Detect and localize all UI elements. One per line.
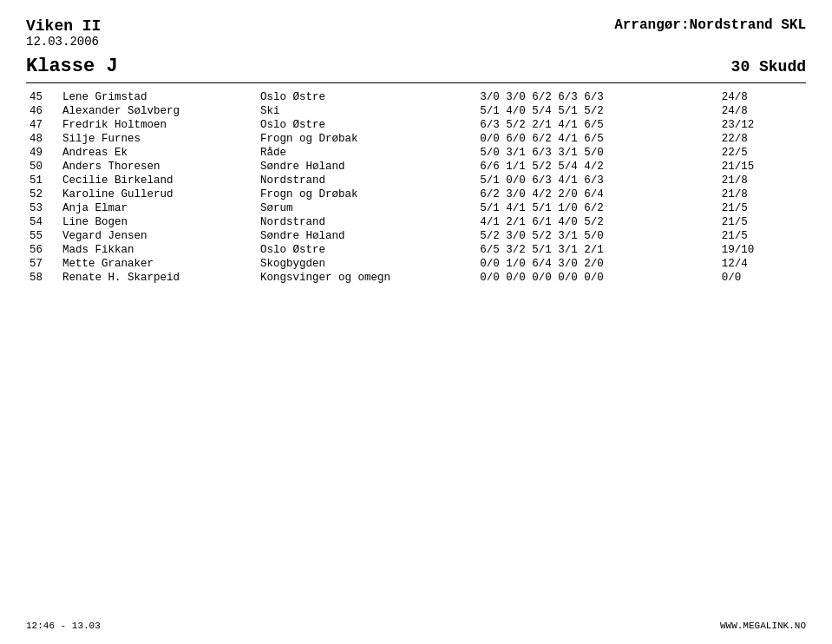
row-name: Mette Granaker	[59, 257, 257, 271]
results-table: 45 Lene Grimstad Oslo Østre 3/0 3/0 6/2 …	[26, 90, 806, 285]
row-scores: 5/1 0/0 6/3 4/1 6/3	[476, 174, 718, 187]
table-row: 49 Andreas Ek Råde 5/0 3/1 6/3 3/1 5/0 2…	[26, 146, 806, 160]
row-total: 0/0	[718, 271, 806, 285]
row-num: 55	[26, 229, 59, 243]
row-scores: 6/5 3/2 5/1 3/1 2/1	[476, 243, 718, 257]
row-total: 22/8	[718, 132, 806, 146]
row-name: Mads Fikkan	[59, 243, 257, 257]
row-club: Frogn og Drøbak	[257, 187, 476, 201]
row-num: 52	[26, 187, 59, 201]
row-scores: 3/0 3/0 6/2 6/3 6/3	[476, 90, 718, 104]
row-num: 57	[26, 257, 59, 271]
row-club: Oslo Østre	[257, 90, 476, 104]
row-num: 51	[26, 174, 59, 187]
row-name: Silje Furnes	[59, 132, 257, 146]
row-total: 22/5	[718, 146, 806, 160]
row-scores: 5/1 4/0 5/4 5/1 5/2	[476, 104, 718, 118]
row-total: 21/5	[718, 201, 806, 215]
table-row: 51 Cecilie Birkeland Nordstrand 5/1 0/0 …	[26, 174, 806, 187]
row-club: Skogbygden	[257, 257, 476, 271]
row-scores: 5/1 4/1 5/1 1/0 6/2	[476, 201, 718, 215]
table-row: 58 Renate H. Skarpeid Kongsvinger og ome…	[26, 271, 806, 285]
row-num: 46	[26, 104, 59, 118]
row-club: Nordstrand	[257, 215, 476, 229]
row-club: Nordstrand	[257, 174, 476, 187]
row-total: 24/8	[718, 90, 806, 104]
row-total: 21/8	[718, 174, 806, 187]
row-club: Råde	[257, 146, 476, 160]
table-row: 57 Mette Granaker Skogbygden 0/0 1/0 6/4…	[26, 257, 806, 271]
row-name: Line Bogen	[59, 215, 257, 229]
row-club: Kongsvinger og omegn	[257, 271, 476, 285]
row-club: Ski	[257, 104, 476, 118]
row-total: 24/8	[718, 104, 806, 118]
arranger-label: Arrangør:Nordstrand SKL	[614, 17, 806, 33]
row-total: 21/5	[718, 215, 806, 229]
main-title: Viken II	[26, 17, 101, 35]
row-scores: 6/3 5/2 2/1 4/1 6/5	[476, 118, 718, 132]
row-num: 50	[26, 160, 59, 174]
table-row: 46 Alexander Sølvberg Ski 5/1 4/0 5/4 5/…	[26, 104, 806, 118]
row-club: Oslo Østre	[257, 118, 476, 132]
row-club: Sørum	[257, 201, 476, 215]
table-row: 52 Karoline Gullerud Frogn og Drøbak 6/2…	[26, 187, 806, 201]
row-scores: 0/0 0/0 0/0 0/0 0/0	[476, 271, 718, 285]
row-total: 21/8	[718, 187, 806, 201]
row-num: 47	[26, 118, 59, 132]
row-name: Anja Elmar	[59, 201, 257, 215]
table-row: 47 Fredrik Holtmoen Oslo Østre 6/3 5/2 2…	[26, 118, 806, 132]
row-num: 54	[26, 215, 59, 229]
row-scores: 5/0 3/1 6/3 3/1 5/0	[476, 146, 718, 160]
row-name: Cecilie Birkeland	[59, 174, 257, 187]
table-row: 54 Line Bogen Nordstrand 4/1 2/1 6/1 4/0…	[26, 215, 806, 229]
row-scores: 0/0 6/0 6/2 4/1 6/5	[476, 132, 718, 146]
row-scores: 5/2 3/0 5/2 3/1 5/0	[476, 229, 718, 243]
row-total: 21/5	[718, 229, 806, 243]
row-name: Andreas Ek	[59, 146, 257, 160]
table-row: 50 Anders Thoresen Søndre Høland 6/6 1/1…	[26, 160, 806, 174]
row-club: Frogn og Drøbak	[257, 132, 476, 146]
row-name: Anders Thoresen	[59, 160, 257, 174]
row-name: Vegard Jensen	[59, 229, 257, 243]
table-row: 53 Anja Elmar Sørum 5/1 4/1 5/1 1/0 6/2 …	[26, 201, 806, 215]
skudd-label: 30 Skudd	[731, 58, 806, 76]
row-name: Fredrik Holtmoen	[59, 118, 257, 132]
row-num: 49	[26, 146, 59, 160]
row-total: 21/15	[718, 160, 806, 174]
header-divider	[26, 82, 806, 83]
row-scores: 6/6 1/1 5/2 5/4 4/2	[476, 160, 718, 174]
row-name: Renate H. Skarpeid	[59, 271, 257, 285]
row-num: 58	[26, 271, 59, 285]
row-total: 23/12	[718, 118, 806, 132]
row-scores: 0/0 1/0 6/4 3/0 2/0	[476, 257, 718, 271]
table-row: 55 Vegard Jensen Søndre Høland 5/2 3/0 5…	[26, 229, 806, 243]
row-name: Lene Grimstad	[59, 90, 257, 104]
table-row: 56 Mads Fikkan Oslo Østre 6/5 3/2 5/1 3/…	[26, 243, 806, 257]
table-row: 48 Silje Furnes Frogn og Drøbak 0/0 6/0 …	[26, 132, 806, 146]
row-num: 48	[26, 132, 59, 146]
row-num: 53	[26, 201, 59, 215]
row-club: Søndre Høland	[257, 160, 476, 174]
row-club: Oslo Østre	[257, 243, 476, 257]
row-name: Alexander Sølvberg	[59, 104, 257, 118]
row-name: Karoline Gullerud	[59, 187, 257, 201]
date-subtitle: 12.03.2006	[26, 35, 101, 49]
row-total: 19/10	[718, 243, 806, 257]
row-num: 56	[26, 243, 59, 257]
row-club: Søndre Høland	[257, 229, 476, 243]
table-row: 45 Lene Grimstad Oslo Østre 3/0 3/0 6/2 …	[26, 90, 806, 104]
row-num: 45	[26, 90, 59, 104]
row-total: 12/4	[718, 257, 806, 271]
row-scores: 4/1 2/1 6/1 4/0 5/2	[476, 215, 718, 229]
class-title: Klasse J	[26, 56, 118, 77]
row-scores: 6/2 3/0 4/2 2/0 6/4	[476, 187, 718, 201]
